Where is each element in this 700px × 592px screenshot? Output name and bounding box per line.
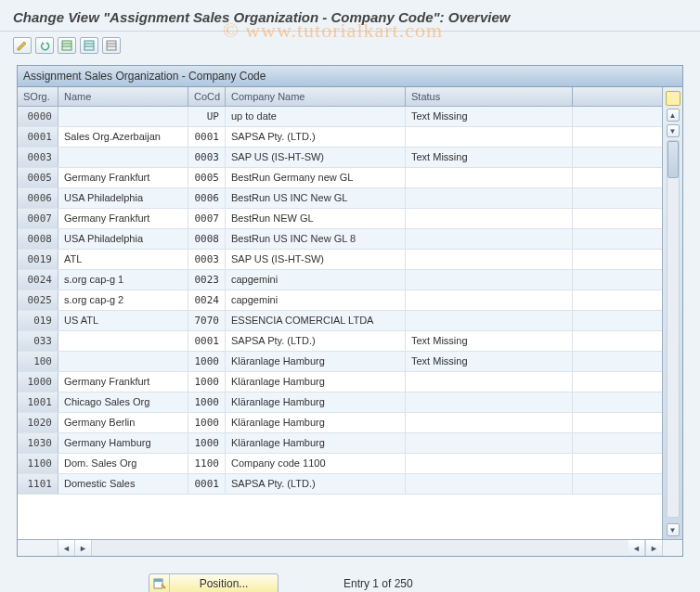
cell-sorg[interactable]: 0008 bbox=[18, 229, 58, 249]
cell-name[interactable]: Sales Org.Azerbaijan bbox=[58, 127, 188, 147]
cell-name[interactable]: USA Philadelphia bbox=[58, 229, 188, 249]
cell-status[interactable] bbox=[406, 311, 573, 330]
cell-cocd[interactable]: 0005 bbox=[188, 168, 226, 187]
cell-status[interactable] bbox=[406, 188, 573, 208]
cell-sorg[interactable]: 0006 bbox=[18, 188, 58, 208]
toolbar-undo-button[interactable] bbox=[35, 37, 54, 54]
table-row[interactable]: 1020Germany Berlin1000Kläranlage Hamburg bbox=[18, 413, 662, 433]
table-row[interactable]: 0005Germany Frankfurt0005BestRun Germany… bbox=[18, 168, 662, 188]
toolbar-sheet3-button[interactable] bbox=[102, 37, 121, 54]
cell-name[interactable]: Germany Frankfurt bbox=[58, 168, 188, 187]
cell-name[interactable]: s.org cap-g 2 bbox=[58, 290, 188, 310]
cell-cname[interactable]: Kläranlage Hamburg bbox=[226, 413, 406, 432]
table-row[interactable]: 0008USA Philadelphia0008BestRun US INC N… bbox=[18, 229, 662, 250]
cell-name[interactable] bbox=[58, 331, 188, 351]
cell-cname[interactable]: Kläranlage Hamburg bbox=[226, 393, 406, 412]
cell-cname[interactable]: Kläranlage Hamburg bbox=[226, 372, 406, 392]
cell-name[interactable]: Germany Berlin bbox=[58, 413, 188, 432]
cell-name[interactable]: USA Philadelphia bbox=[58, 188, 188, 208]
table-row[interactable]: 0025s.org cap-g 20024capgemini bbox=[18, 290, 662, 311]
table-row[interactable]: 0007Germany Frankfurt0007BestRun NEW GL bbox=[18, 209, 662, 229]
cell-name[interactable]: ATL bbox=[58, 250, 188, 269]
cell-cname[interactable]: SAPSA Pty. (LTD.) bbox=[226, 331, 406, 351]
toolbar-edit-button[interactable] bbox=[13, 37, 32, 54]
hscroll-right-button[interactable]: ► bbox=[645, 540, 662, 556]
cell-cocd[interactable]: 7070 bbox=[188, 311, 226, 330]
cell-cname[interactable]: SAPSA Pty. (LTD.) bbox=[226, 474, 406, 494]
table-row[interactable]: 019US ATL7070ESSENCIA COMERCIAL LTDA bbox=[18, 311, 662, 331]
cell-cocd[interactable]: 1000 bbox=[188, 352, 226, 371]
cell-sorg[interactable]: 1030 bbox=[18, 433, 58, 453]
table-row[interactable]: 0001Sales Org.Azerbaijan0001SAPSA Pty. (… bbox=[18, 127, 662, 148]
cell-status[interactable] bbox=[406, 433, 573, 453]
cell-sorg[interactable]: 0025 bbox=[18, 290, 58, 310]
cell-cocd[interactable]: 0006 bbox=[188, 188, 226, 208]
cell-sorg[interactable]: 1001 bbox=[18, 393, 58, 412]
cell-name[interactable]: Germany Hamburg bbox=[58, 433, 188, 453]
cell-sorg[interactable]: 033 bbox=[18, 331, 58, 351]
cell-sorg[interactable]: 0001 bbox=[18, 127, 58, 147]
table-row[interactable]: 0006USA Philadelphia0006BestRun US INC N… bbox=[18, 188, 662, 209]
vscroll-track[interactable] bbox=[667, 140, 680, 518]
scroll-down-small-button[interactable]: ▼ bbox=[667, 124, 680, 137]
hscroll-track[interactable] bbox=[92, 540, 629, 556]
cell-cocd[interactable]: 0023 bbox=[188, 270, 226, 290]
cell-sorg[interactable]: 1000 bbox=[18, 372, 58, 392]
cell-sorg[interactable]: 0000 bbox=[18, 107, 58, 126]
table-row[interactable]: 1001000Kläranlage HamburgText Missing bbox=[18, 352, 662, 372]
col-header-name[interactable]: Name bbox=[58, 87, 188, 106]
cell-name[interactable]: Domestic Sales bbox=[58, 474, 188, 494]
cell-sorg[interactable]: 0003 bbox=[18, 148, 58, 167]
cell-cocd[interactable]: 1100 bbox=[188, 454, 226, 473]
cell-cname[interactable]: ESSENCIA COMERCIAL LTDA bbox=[226, 311, 406, 330]
cell-cname[interactable]: Kläranlage Hamburg bbox=[226, 433, 406, 453]
cell-sorg[interactable]: 0024 bbox=[18, 270, 58, 290]
table-row[interactable]: 0019ATL0003SAP US (IS-HT-SW) bbox=[18, 250, 662, 270]
table-row[interactable]: 1001Chicago Sales Org1000Kläranlage Hamb… bbox=[18, 393, 662, 413]
cell-cname[interactable]: SAPSA Pty. (LTD.) bbox=[226, 127, 406, 147]
cell-name[interactable] bbox=[58, 107, 188, 126]
toolbar-sheet2-button[interactable] bbox=[80, 37, 98, 54]
cell-status[interactable] bbox=[406, 229, 573, 249]
cell-cocd[interactable]: 1000 bbox=[188, 433, 226, 453]
table-row[interactable]: 0330001SAPSA Pty. (LTD.)Text Missing bbox=[18, 331, 662, 352]
hscroll-right-small-button[interactable]: ► bbox=[75, 540, 92, 556]
hscroll-left-small-button[interactable]: ◄ bbox=[629, 540, 645, 556]
cell-cname[interactable]: Kläranlage Hamburg bbox=[226, 352, 406, 371]
cell-cocd[interactable]: 0001 bbox=[188, 127, 226, 147]
cell-status[interactable] bbox=[406, 209, 573, 228]
cell-status[interactable] bbox=[406, 454, 573, 473]
cell-sorg[interactable]: 100 bbox=[18, 352, 58, 371]
cell-status[interactable] bbox=[406, 290, 573, 310]
position-button[interactable]: Position... bbox=[149, 573, 279, 592]
cell-name[interactable]: s.org cap-g 1 bbox=[58, 270, 188, 290]
hscroll-left-button[interactable]: ◄ bbox=[58, 540, 75, 556]
cell-status[interactable] bbox=[406, 250, 573, 269]
cell-cname[interactable]: SAP US (IS-HT-SW) bbox=[226, 148, 406, 167]
cell-cname[interactable]: BestRun US INC New GL bbox=[226, 188, 406, 208]
table-row[interactable]: 1030Germany Hamburg1000Kläranlage Hambur… bbox=[18, 433, 662, 454]
cell-status[interactable] bbox=[406, 372, 573, 392]
col-header-cname[interactable]: Company Name bbox=[226, 87, 406, 106]
cell-name[interactable]: US ATL bbox=[58, 311, 188, 330]
cell-status[interactable] bbox=[406, 270, 573, 290]
cell-status[interactable]: Text Missing bbox=[406, 107, 573, 126]
cell-sorg[interactable]: 0019 bbox=[18, 250, 58, 269]
cell-cname[interactable]: BestRun US INC New GL 8 bbox=[226, 229, 406, 249]
cell-cocd[interactable]: 1000 bbox=[188, 372, 226, 392]
cell-status[interactable] bbox=[406, 474, 573, 494]
cell-sorg[interactable]: 1020 bbox=[18, 413, 58, 432]
cell-cocd[interactable]: 0008 bbox=[188, 229, 226, 249]
cell-status[interactable] bbox=[406, 127, 573, 147]
cell-cname[interactable]: capgemini bbox=[226, 270, 406, 290]
cell-name[interactable]: Dom. Sales Org bbox=[58, 454, 188, 473]
cell-cocd[interactable]: 0003 bbox=[188, 250, 226, 269]
toolbar-sheet1-button[interactable] bbox=[58, 37, 76, 54]
table-row[interactable]: 00030003SAP US (IS-HT-SW)Text Missing bbox=[18, 148, 662, 168]
col-header-sorg[interactable]: SOrg. bbox=[18, 87, 58, 106]
cell-cname[interactable]: BestRun Germany new GL bbox=[226, 168, 406, 187]
scroll-up-button[interactable]: ▲ bbox=[667, 109, 680, 122]
cell-cname[interactable]: BestRun NEW GL bbox=[226, 209, 406, 228]
table-row[interactable]: 0000UPup to dateText Missing bbox=[18, 107, 662, 127]
cell-cocd[interactable]: 0024 bbox=[188, 290, 226, 310]
